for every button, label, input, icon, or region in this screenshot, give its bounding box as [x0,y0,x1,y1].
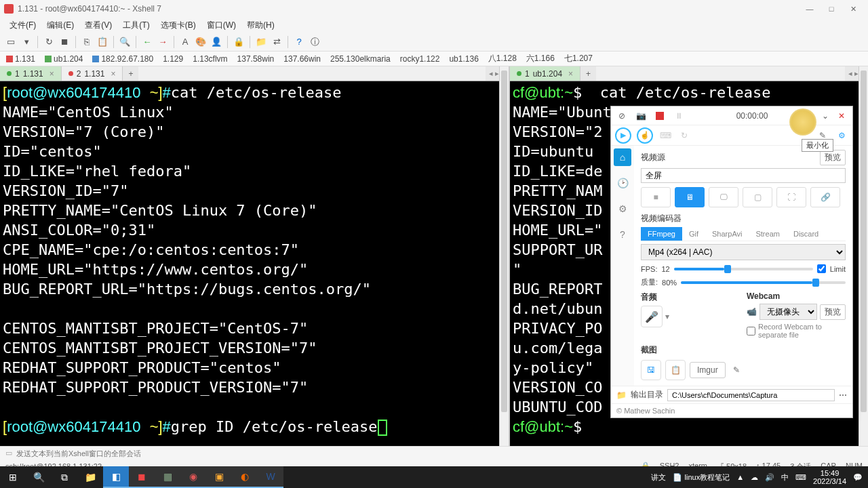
close-button[interactable]: ✕ [842,2,864,16]
mode-monitor-icon[interactable]: 🖵 [709,187,738,207]
taskview-icon[interactable]: ⧉ [52,466,77,488]
new-session-icon[interactable]: ▭ [4,35,18,49]
record-icon[interactable] [653,109,667,123]
refresh-icon[interactable]: ↻ [677,129,691,142]
disconnect-icon[interactable]: ⏹ [58,35,71,49]
gear-icon[interactable]: ⚙ [835,129,848,142]
app-icon[interactable]: ◧ [103,466,129,488]
folder-icon[interactable]: 📁 [254,35,268,49]
close-tab-icon[interactable]: × [50,69,54,79]
history-icon[interactable]: 🕑 [614,174,631,192]
region-circle-icon[interactable]: ▶ [615,127,631,144]
tray-item[interactable]: 讲文 [651,472,666,483]
menu-tabs[interactable]: 选项卡(B) [155,20,201,31]
scrollbar[interactable] [499,66,509,446]
app-icon[interactable]: ◼ [129,466,155,488]
session-item[interactable]: 1.129 [158,54,188,64]
app-icon[interactable]: ▣ [206,466,232,488]
menu-window[interactable]: 窗口(W) [201,20,241,31]
pause-icon[interactable]: ⏸ [672,109,686,123]
mode-camera-icon[interactable]: ■ [641,187,671,207]
add-tab-button[interactable]: + [580,66,596,81]
mode-window-icon[interactable]: ▢ [743,187,772,207]
output-path-input[interactable] [667,389,835,401]
session-item[interactable]: 137.66win [279,54,326,64]
app-icon[interactable]: ▦ [155,466,180,488]
app-icon[interactable]: ◉ [180,466,206,488]
fps-slider[interactable] [674,268,813,270]
limit-checkbox[interactable] [817,264,826,273]
session-item[interactable]: ub1.136 [444,54,483,64]
tray-volume-icon[interactable]: 🔊 [765,473,774,482]
edit-icon[interactable]: ✎ [730,363,743,377]
encoder-tab[interactable]: FFmpeg [641,227,682,241]
close-tab-icon[interactable]: × [568,69,573,79]
encoder-tab[interactable]: SharpAvi [705,227,749,241]
session-item[interactable]: 七1.207 [559,53,597,64]
folder-icon[interactable]: 📁 [616,390,627,400]
session-item[interactable]: 1.13cflvm [188,54,232,64]
session-item[interactable]: ub1.204 [40,54,87,64]
camera-icon[interactable]: 📷 [634,109,648,123]
font-icon[interactable]: A [178,35,192,49]
explorer-icon[interactable]: 📁 [77,466,103,488]
scrollbar[interactable] [859,66,868,446]
xftp-icon[interactable]: ⇄ [270,35,283,49]
keyboard-icon[interactable]: ⌨ [658,129,672,142]
encoder-tab[interactable]: Stream [749,227,786,241]
find-icon[interactable]: 🔍 [118,35,132,49]
word-icon[interactable]: W [258,466,283,488]
add-tab-button[interactable]: + [123,66,138,81]
minimize-button[interactable]: — [799,2,821,16]
mode-link-icon[interactable]: 🔗 [810,187,840,207]
menu-file[interactable]: 文件(F) [4,20,41,31]
video-source-input[interactable] [641,168,846,183]
cancel-icon[interactable]: ⊘ [615,109,629,123]
webcam-select[interactable]: 无摄像头 [760,304,817,320]
copy-icon[interactable]: ⎘ [80,35,94,49]
quality-slider[interactable] [681,281,846,284]
tab[interactable]: 2 1.131× [62,66,123,81]
session-item[interactable]: 255.130elkmaria [326,54,395,64]
menu-view[interactable]: 查看(V) [79,20,117,31]
mic-icon[interactable]: 🎤 [641,306,663,327]
paste-icon[interactable]: 📋 [96,35,109,49]
tray-up-icon[interactable]: ▲ [736,473,744,481]
nav-fwd-icon[interactable]: → [156,35,170,49]
tray-item[interactable]: 📄 linux教程笔记 [673,472,730,483]
nav-back-icon[interactable]: ← [140,35,154,49]
session-item[interactable]: 1.131 [1,54,40,64]
clipboard-icon[interactable]: 📋 [665,360,686,380]
preview-button[interactable]: 预览 [820,150,846,165]
codec-select[interactable]: Mp4 (x264 | AAC) [641,244,846,260]
encoder-tab[interactable]: Discard [787,227,825,241]
maximize-button[interactable]: □ [821,2,842,16]
color-icon[interactable]: 🎨 [194,35,208,49]
close-icon[interactable]: ✕ [835,109,848,123]
tray-keyboard-icon[interactable]: ⌨ [795,473,806,482]
mode-screen-icon[interactable]: 🖥 [675,187,705,207]
pointer-circle-icon[interactable]: ☝ [637,127,653,144]
help-icon[interactable]: ? [614,226,631,243]
session-item[interactable]: 182.92.67.180 [87,54,158,64]
session-item[interactable]: 八1.128 [484,53,521,64]
help-icon[interactable]: ? [292,35,306,49]
menu-tools[interactable]: 工具(T) [117,20,155,31]
app-icon[interactable]: ◐ [232,466,258,488]
imgur-button[interactable]: Imgur [690,362,726,378]
tab[interactable]: 1 1.131× [0,66,62,81]
lock-icon[interactable]: 🔒 [232,35,245,49]
session-item[interactable]: rocky1.122 [395,54,445,64]
menu-help[interactable]: 帮助(H) [241,20,280,31]
reconnect-icon[interactable]: ↻ [42,35,56,49]
encoder-tab[interactable]: Gif [682,227,705,241]
clock[interactable]: 15:49 2022/3/14 [813,469,846,485]
notification-icon[interactable]: 💬 [853,473,863,482]
menu-edit[interactable]: 编辑(E) [41,20,79,31]
start-icon[interactable]: ⊞ [0,466,26,488]
more-icon[interactable]: ⋯ [839,390,847,400]
compose-input[interactable] [16,449,863,458]
user-icon[interactable]: 👤 [210,35,223,49]
settings-icon[interactable]: ⚙ [614,200,631,218]
tab[interactable]: 1 ub1.204× [510,66,580,81]
